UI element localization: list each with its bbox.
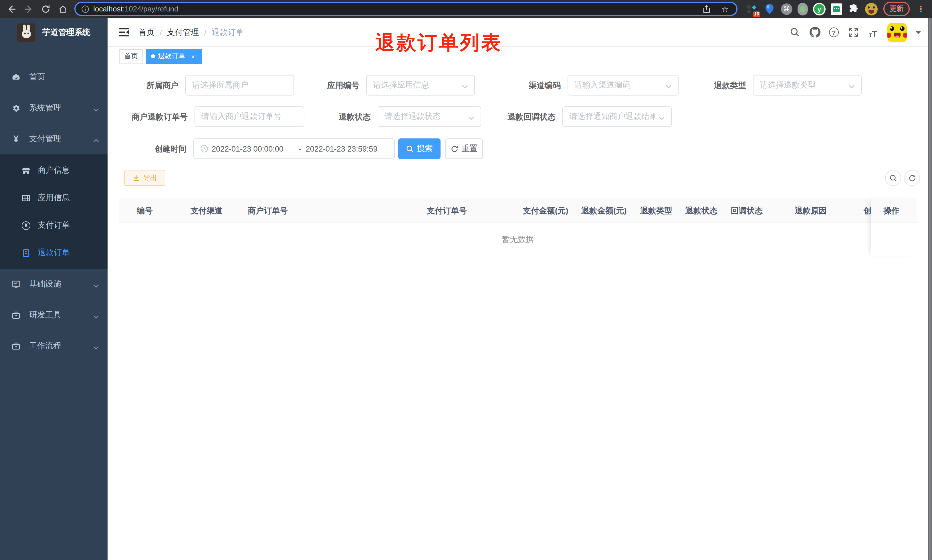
yen-circle-icon bbox=[22, 221, 30, 230]
table-header-refund-reason: 退款原因 bbox=[795, 198, 827, 223]
browser-home-icon[interactable] bbox=[57, 3, 69, 15]
refund-type-select[interactable]: 请选择退款类型 bbox=[753, 75, 861, 95]
chevron-down-icon bbox=[93, 343, 99, 349]
tags-view: 首页 退款订单 bbox=[108, 47, 928, 66]
show-search-toggle-button[interactable] bbox=[885, 170, 901, 186]
chevron-down-icon bbox=[658, 114, 665, 120]
channel-code-placeholder: 请输入渠道编码 bbox=[574, 80, 662, 91]
url-text: localhost:1024/pay/refund bbox=[93, 5, 178, 13]
site-info-icon[interactable] bbox=[81, 5, 89, 13]
fullscreen-icon[interactable] bbox=[847, 26, 859, 38]
sidebar-item-refund-order[interactable]: 退款订单 bbox=[0, 239, 108, 266]
extension-command-icon[interactable] bbox=[781, 3, 792, 15]
breadcrumb-home[interactable]: 首页 bbox=[138, 27, 154, 37]
extension-chat-icon[interactable] bbox=[831, 3, 842, 15]
chevron-down-icon bbox=[462, 82, 468, 88]
avatar-caret-icon[interactable] bbox=[915, 31, 921, 34]
briefcase-icon bbox=[11, 311, 21, 320]
refund-status-select[interactable]: 请选择退款状态 bbox=[378, 106, 481, 127]
shop-icon bbox=[22, 166, 30, 175]
table-header-refund-status: 退款状态 bbox=[685, 198, 717, 223]
filter-label-merchant: 所属商户 bbox=[119, 75, 185, 95]
font-size-icon[interactable] bbox=[867, 26, 879, 38]
briefcase-icon bbox=[11, 342, 21, 351]
url-path: :1024/pay/refund bbox=[123, 5, 178, 13]
extension-balloon-icon[interactable] bbox=[763, 3, 776, 15]
address-bar[interactable]: localhost:1024/pay/refund bbox=[74, 2, 737, 16]
search-icon[interactable] bbox=[789, 26, 800, 38]
sidebar-item-system[interactable]: 系统管理 bbox=[0, 93, 108, 123]
sidebar-item-app-info[interactable]: 应用信息 bbox=[0, 184, 108, 212]
browser-toolbar: localhost:1024/pay/refund 10 y bbox=[0, 0, 932, 18]
browser-forward-icon[interactable] bbox=[23, 3, 34, 15]
chevron-down-icon bbox=[665, 82, 672, 88]
sidebar-item-label: 基础设施 bbox=[29, 279, 61, 289]
sidebar-item-pay-order[interactable]: 支付订单 bbox=[0, 212, 108, 239]
table-header-refund-amount: 退款金额(元) bbox=[581, 198, 627, 223]
app-logo-row[interactable]: 芋道管理系统 bbox=[0, 18, 108, 47]
sidebar-item-merchant-info[interactable]: 商户信息 bbox=[0, 157, 108, 184]
sidebar-item-label: 应用信息 bbox=[38, 193, 70, 203]
chrome-menu-icon[interactable] bbox=[915, 4, 926, 14]
tab-home[interactable]: 首页 bbox=[119, 49, 143, 64]
chrome-update-button[interactable]: 更新 bbox=[883, 2, 910, 16]
user-avatar[interactable] bbox=[887, 23, 907, 42]
share-icon[interactable] bbox=[701, 3, 712, 15]
extension-puzzle-icon[interactable] bbox=[847, 3, 860, 15]
bookmark-star-icon[interactable] bbox=[719, 3, 731, 15]
profile-avatar-icon[interactable] bbox=[865, 3, 878, 15]
create-time-start-value: 2022-01-23 00:00:00 bbox=[212, 145, 294, 153]
table-header-callback-status: 回调状态 bbox=[731, 198, 763, 223]
sidebar-item-workflow[interactable]: 工作流程 bbox=[0, 331, 108, 362]
github-icon[interactable] bbox=[809, 26, 820, 38]
notify-status-select[interactable]: 请选择通知商户退款结果 bbox=[562, 106, 672, 127]
close-icon[interactable] bbox=[189, 52, 197, 60]
refresh-table-button[interactable] bbox=[904, 170, 920, 186]
extension-green-dot-icon[interactable] bbox=[798, 3, 808, 15]
sidebar-item-label: 工作流程 bbox=[29, 341, 61, 351]
tab-refund-order[interactable]: 退款订单 bbox=[146, 49, 202, 64]
channel-code-select[interactable]: 请输入渠道编码 bbox=[568, 75, 678, 95]
breadcrumb-pay-manage[interactable]: 支付管理 bbox=[167, 27, 199, 37]
create-time-range-picker[interactable]: 2022-01-23 00:00:00 - 2022-01-23 23:59:5… bbox=[193, 138, 395, 159]
chevron-down-icon bbox=[93, 312, 99, 318]
refund-status-placeholder: 请选择退款状态 bbox=[384, 112, 464, 122]
extension-diamond-icon[interactable]: 10 bbox=[746, 3, 758, 15]
breadcrumb-separator: / bbox=[204, 28, 206, 37]
sidebar-menu: 首页 系统管理 支付管理 bbox=[0, 62, 108, 362]
table-header-pay-order-no: 支付订单号 bbox=[427, 198, 467, 223]
merchant-placeholder: 请选择所属商户 bbox=[192, 80, 287, 91]
export-button[interactable]: 导出 bbox=[124, 170, 165, 186]
browser-reload-icon[interactable] bbox=[40, 3, 51, 15]
sidebar-item-dev-tools[interactable]: 研发工具 bbox=[0, 300, 108, 331]
merchant-select[interactable]: 请选择所属商户 bbox=[185, 75, 294, 95]
hamburger-collapse-icon[interactable] bbox=[119, 28, 129, 37]
create-time-end-value: 2022-01-23 23:59:59 bbox=[306, 145, 388, 153]
filter-label-create-time: 创建时间 bbox=[119, 138, 193, 159]
sidebar-item-infra[interactable]: 基础设施 bbox=[0, 269, 108, 300]
table-header-refund-type: 退款类型 bbox=[640, 198, 672, 223]
extensions-row: 10 y bbox=[743, 3, 878, 15]
chevron-down-icon bbox=[93, 105, 99, 111]
url-host: localhost bbox=[93, 5, 123, 13]
filter-label-merchant-refund-no: 商户退款订单号 bbox=[117, 106, 195, 127]
extension-y-icon[interactable]: y bbox=[813, 3, 826, 15]
sidebar-item-payment[interactable]: 支付管理 bbox=[0, 123, 108, 154]
chevron-down-icon bbox=[93, 282, 99, 287]
payment-submenu: 商户信息 应用信息 支付订单 退款订单 bbox=[0, 154, 108, 269]
extension-badge: 10 bbox=[753, 11, 760, 17]
browser-back-icon[interactable] bbox=[6, 3, 17, 15]
app-no-select[interactable]: 请选择应用信息 bbox=[366, 75, 475, 95]
help-icon[interactable] bbox=[829, 28, 839, 37]
merchant-refund-no-input[interactable]: 请输入商户退款订单号 bbox=[195, 106, 305, 127]
chevron-down-icon bbox=[849, 82, 855, 88]
search-button[interactable]: 搜索 bbox=[398, 138, 441, 159]
merchant-refund-no-placeholder: 请输入商户退款订单号 bbox=[201, 112, 297, 122]
reset-button[interactable]: 重置 bbox=[445, 138, 483, 159]
navbar: 首页 / 支付管理 / 退款订单 bbox=[108, 18, 928, 47]
sidebar-item-home[interactable]: 首页 bbox=[0, 62, 108, 93]
filter-label-refund-status: 退款状态 bbox=[305, 106, 378, 127]
sidebar-item-label: 支付订单 bbox=[38, 220, 70, 231]
page-scrollbar[interactable] bbox=[928, 18, 932, 560]
date-range-separator: - bbox=[297, 144, 302, 153]
